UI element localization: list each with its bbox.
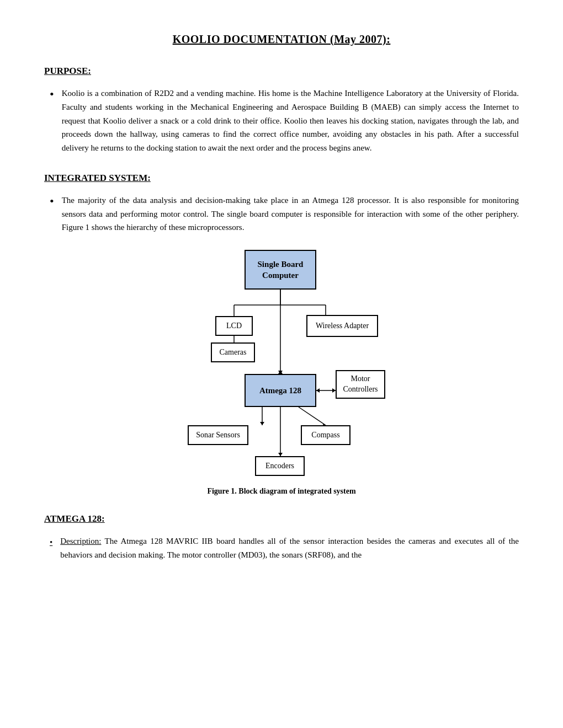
atmega-label: Atmega 128 — [259, 385, 301, 396]
motor-label: MotorControllers — [343, 374, 378, 395]
svg-marker-15 — [260, 422, 264, 425]
svg-line-16 — [299, 407, 326, 425]
purpose-section: PURPOSE: • Koolio is a combination of R2… — [44, 66, 519, 155]
sbc-box: Single BoardComputer — [245, 250, 316, 290]
atmega-text-1: Description: The Atmega 128 MAVRIC IIB b… — [60, 534, 519, 562]
atmega-section: ATMEGA 128: • Description: The Atmega 12… — [44, 513, 519, 562]
diagram-container: Single BoardComputer LCD Cameras Wireles… — [44, 250, 519, 496]
bullet-dot-2: • — [50, 191, 54, 211]
bullet-dot-1: • — [50, 84, 54, 104]
page-title: KOOLIO DOCUMENTATION (May 2007): — [44, 33, 519, 46]
compass-box: Compass — [301, 425, 350, 445]
purpose-heading: PURPOSE: — [44, 66, 519, 77]
lcd-box: LCD — [215, 316, 253, 336]
integrated-heading: INTEGRATED SYSTEM: — [44, 173, 519, 184]
purpose-text-1: Koolio is a combination of R2D2 and a ve… — [62, 87, 519, 155]
atmega-list: • Description: The Atmega 128 MAVRIC IIB… — [44, 534, 519, 562]
purpose-list: • Koolio is a combination of R2D2 and a … — [44, 87, 519, 155]
sbc-label: Single BoardComputer — [258, 259, 304, 281]
integrated-bullet-1: • The majority of the data analysis and … — [50, 194, 519, 234]
purpose-bullet-1: • Koolio is a combination of R2D2 and a … — [50, 87, 519, 155]
encoders-box: Encoders — [255, 456, 305, 476]
sonar-box: Sonar Sensors — [188, 425, 248, 445]
diagram-caption: Figure 1. Block diagram of integrated sy… — [207, 487, 355, 496]
lcd-label: LCD — [226, 321, 242, 331]
wireless-label: Wireless Adapter — [316, 321, 369, 331]
svg-marker-13 — [316, 388, 320, 393]
wireless-box: Wireless Adapter — [306, 315, 378, 337]
cameras-label: Cameras — [220, 347, 247, 358]
block-diagram: Single BoardComputer LCD Cameras Wireles… — [144, 250, 419, 481]
integrated-section: INTEGRATED SYSTEM: • The majority of the… — [44, 173, 519, 496]
sonar-label: Sonar Sensors — [196, 430, 240, 441]
bullet-small-dot: • — [50, 536, 52, 549]
atmega-box: Atmega 128 — [245, 374, 316, 407]
atmega-description-label: Description: — [60, 537, 101, 545]
encoders-label: Encoders — [265, 461, 294, 472]
atmega-bullet-1: • Description: The Atmega 128 MAVRIC IIB… — [50, 534, 519, 562]
atmega-description-text: The Atmega 128 MAVRIC IIB board handles … — [60, 537, 519, 559]
atmega-heading: ATMEGA 128: — [44, 513, 519, 524]
cameras-box: Cameras — [211, 342, 255, 362]
compass-label: Compass — [311, 430, 339, 441]
integrated-text-1: The majority of the data analysis and de… — [62, 194, 519, 234]
integrated-list: • The majority of the data analysis and … — [44, 194, 519, 234]
motor-box: MotorControllers — [336, 370, 385, 399]
